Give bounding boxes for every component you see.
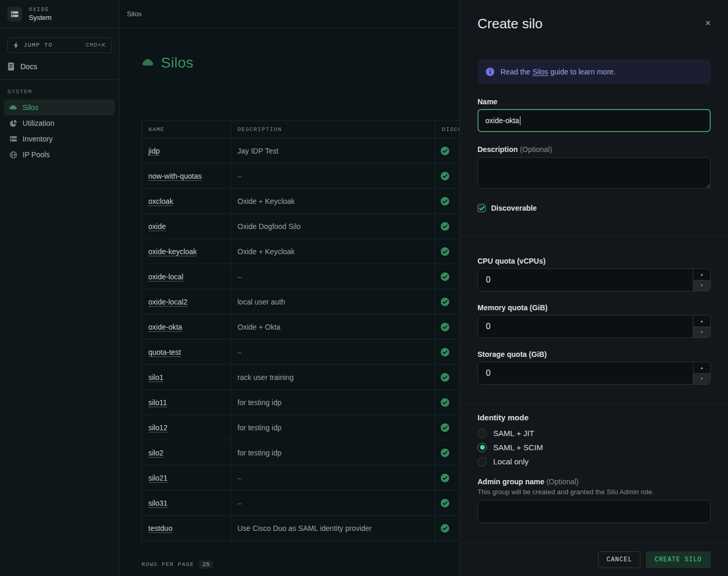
memory-spinner: ▲ ▼: [693, 316, 710, 338]
silo-name-link[interactable]: silo2: [148, 449, 164, 457]
discoverable-check-icon: [440, 297, 450, 307]
globe-icon: [9, 151, 17, 159]
silo-description-cell: –: [231, 264, 436, 289]
brand[interactable]: OXIDE System: [0, 0, 119, 28]
description-optional-tag: (Optional): [520, 145, 552, 154]
discoverable-check-icon: [440, 197, 450, 206]
section-divider: [460, 235, 728, 236]
silo-name-cell: silo21: [142, 465, 231, 490]
admin-group-help: This group will be created and granted t…: [477, 488, 711, 496]
document-icon: [7, 62, 15, 71]
silo-name-cell: jidp: [142, 138, 231, 163]
cloud-icon: [142, 58, 154, 68]
sidebar-item-ip-pools[interactable]: IP Pools: [4, 147, 115, 162]
create-silo-button[interactable]: CREATE SILO: [646, 551, 711, 568]
panel-footer: CANCEL CREATE SILO: [460, 542, 728, 576]
discoverable-check-icon: [440, 423, 450, 432]
silo-name-link[interactable]: oxide: [148, 222, 166, 231]
section-divider: [460, 404, 728, 405]
page-size-value[interactable]: 25: [199, 560, 213, 569]
cancel-button[interactable]: CANCEL: [598, 551, 640, 568]
radio-option-saml-scim[interactable]: SAML + SCIM: [477, 440, 711, 454]
silo-description-cell: Use Cisco Duo as SAML identity provider: [231, 516, 436, 540]
silo-name-link[interactable]: now-with-quotas: [148, 172, 202, 180]
jump-to-shortcut: CMD+K: [85, 42, 106, 48]
admin-group-input[interactable]: [477, 500, 711, 523]
close-icon[interactable]: ×: [705, 18, 711, 28]
radio-checked-icon[interactable]: [477, 443, 487, 452]
radio-unchecked-icon[interactable]: [477, 457, 487, 466]
radio-option-saml-jit[interactable]: SAML + JIT: [477, 426, 711, 440]
sidebar-item-label: IP Pools: [23, 150, 50, 159]
silo-name-link[interactable]: silo31: [148, 499, 168, 507]
silo-name-link[interactable]: testduo: [148, 524, 172, 532]
discoverable-check-icon: [440, 272, 450, 281]
silo-name-link[interactable]: silo1: [148, 373, 164, 382]
cloud-icon: [9, 104, 17, 111]
silo-name-link[interactable]: silo12: [148, 423, 168, 432]
name-input[interactable]: oxide-okta: [477, 109, 711, 132]
system-nav: Silos Utilization Inventory: [0, 100, 119, 162]
discoverable-check-icon: [440, 247, 450, 256]
silo-name-link[interactable]: silo21: [148, 474, 168, 482]
silo-name-link[interactable]: oxide-local2: [148, 298, 188, 306]
discoverable-check-icon: [440, 448, 450, 458]
radio-option-local-only[interactable]: Local only: [477, 454, 711, 469]
silo-name-link[interactable]: silo11: [148, 398, 167, 407]
sidebar-item-utilization[interactable]: Utilization: [4, 115, 115, 131]
silo-name-link[interactable]: oxcloak: [148, 197, 173, 205]
memory-quota-input[interactable]: 0 ▲ ▼: [477, 315, 711, 338]
cpu-quota-input[interactable]: 0 ▲ ▼: [477, 268, 711, 291]
sidebar-item-label: Utilization: [23, 119, 55, 127]
silo-name-link[interactable]: oxide-keycloak: [148, 247, 197, 256]
storage-spinner: ▲ ▼: [693, 362, 710, 384]
radio-label: SAML + JIT: [493, 429, 534, 438]
name-input-value: oxide-okta: [485, 116, 519, 125]
spinner-up-icon[interactable]: ▲: [693, 269, 710, 280]
storage-quota-input[interactable]: 0 ▲ ▼: [477, 362, 711, 385]
silo-name-cell: [142, 541, 231, 546]
sidebar-item-label: Silos: [23, 103, 38, 112]
create-silo-panel: Create silo × Read the Silos guide to le…: [459, 0, 728, 576]
discoverable-field[interactable]: Discoverable: [477, 204, 711, 212]
memory-quota-label: Memory quota (GiB): [477, 303, 711, 312]
column-header-name: NAME: [142, 121, 231, 138]
spinner-down-icon[interactable]: ▼: [693, 373, 710, 385]
docs-label: Docs: [20, 62, 37, 71]
silo-description-cell: for testing idp: [231, 440, 436, 465]
silo-description-cell: –: [231, 465, 436, 490]
breadcrumb[interactable]: Silos: [127, 10, 142, 18]
oxide-logo-icon: [7, 7, 22, 21]
silo-name-link[interactable]: quota-test: [148, 348, 181, 356]
spinner-down-icon[interactable]: ▼: [693, 327, 710, 338]
discoverable-check-icon: [440, 171, 450, 181]
discoverable-check-icon: [440, 398, 450, 407]
sidebar-divider: [0, 79, 119, 80]
panel-title: Create silo: [477, 16, 542, 32]
spinner-up-icon[interactable]: ▲: [693, 316, 710, 327]
sidebar-item-docs[interactable]: Docs: [7, 62, 112, 79]
identity-mode-label: Identity mode: [477, 413, 711, 422]
discoverable-check-icon: [440, 222, 450, 231]
discoverable-check-icon: [440, 146, 450, 156]
silo-name-link[interactable]: oxide-okta: [148, 323, 182, 331]
silo-description-cell: –: [231, 491, 436, 515]
sidebar-item-inventory[interactable]: Inventory: [4, 131, 115, 147]
identity-mode-group: SAML + JIT SAML + SCIM Local only: [477, 426, 711, 469]
checkbox-checked-icon[interactable]: [477, 204, 486, 212]
sidebar-item-silos[interactable]: Silos: [4, 100, 115, 115]
description-textarea[interactable]: [477, 157, 711, 189]
silo-name-link[interactable]: oxide-local: [148, 273, 183, 281]
silos-guide-link[interactable]: Silos: [533, 68, 548, 76]
silo-description-cell: Jay IDP Test: [231, 138, 436, 163]
silo-name-cell: silo2: [142, 440, 231, 465]
silo-name-cell: oxide-local2: [142, 289, 231, 314]
spinner-up-icon[interactable]: ▲: [693, 362, 710, 373]
silo-name-cell: oxide-okta: [142, 314, 231, 339]
name-label: Name: [477, 97, 711, 106]
silo-name-link[interactable]: jidp: [148, 147, 160, 155]
spinner-down-icon[interactable]: ▼: [693, 280, 710, 291]
silo-name-cell: now-with-quotas: [142, 164, 231, 188]
jump-to-button[interactable]: JUMP TO CMD+K: [7, 37, 112, 53]
radio-unchecked-icon[interactable]: [477, 429, 487, 438]
